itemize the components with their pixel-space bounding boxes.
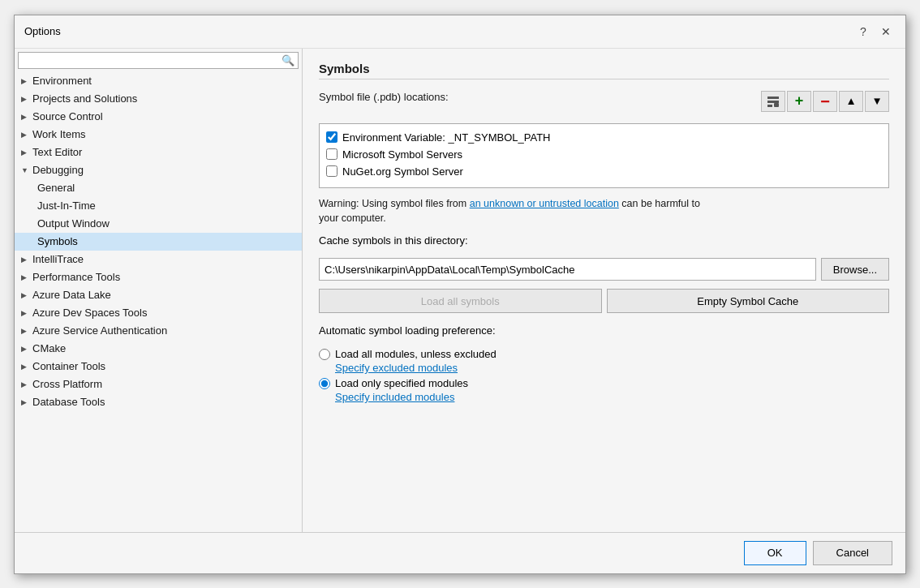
tree-label-cross-platform: Cross Platform xyxy=(32,378,299,390)
tree-label-general: General xyxy=(37,182,299,194)
network-icon xyxy=(767,95,780,108)
tree-item-just-in-time[interactable]: Just-In-Time xyxy=(15,197,302,215)
svg-rect-2 xyxy=(767,105,772,107)
tree-arrow-container-tools: ▶ xyxy=(21,363,32,371)
tree-label-cmake: CMake xyxy=(32,342,299,354)
title-bar: Options ? ✕ xyxy=(15,15,905,49)
nuget-symbol-checkbox[interactable] xyxy=(326,165,337,177)
tree-item-performance-tools[interactable]: ▶Performance Tools xyxy=(15,268,302,286)
load-all-radio-label: Load all modules, unless excluded xyxy=(335,348,497,360)
tree-label-symbols: Symbols xyxy=(37,235,299,247)
tree-item-database-tools[interactable]: ▶Database Tools xyxy=(15,393,302,411)
tree-item-projects-solutions[interactable]: ▶Projects and Solutions xyxy=(15,90,302,108)
symbol-item-nuget: NuGet.org Symbol Server xyxy=(326,163,882,180)
symbol-list-box: Environment Variable: _NT_SYMBOL_PATH Mi… xyxy=(319,123,889,188)
tree-label-container-tools: Container Tools xyxy=(32,360,299,372)
tree-item-symbols[interactable]: Symbols xyxy=(15,233,302,251)
warning-text: Warning: Using symbol files from an unkn… xyxy=(319,196,889,227)
svg-rect-0 xyxy=(767,97,779,99)
tree-item-text-editor[interactable]: ▶Text Editor xyxy=(15,144,302,161)
options-dialog: Options ? ✕ 🔍 ▶Environment▶Projects and … xyxy=(14,15,906,574)
tree-area: ▶Environment▶Projects and Solutions▶Sour… xyxy=(15,72,302,532)
tree-item-output-window[interactable]: Output Window xyxy=(15,215,302,233)
tree-arrow-azure-service-auth: ▶ xyxy=(21,327,32,335)
tree-item-cross-platform[interactable]: ▶Cross Platform xyxy=(15,376,302,393)
tree-label-environment: Environment xyxy=(32,75,299,87)
ms-symbol-checkbox[interactable] xyxy=(326,148,337,160)
load-specified-radio[interactable] xyxy=(319,378,330,389)
move-up-button[interactable]: ▲ xyxy=(839,91,863,112)
tree-item-azure-data-lake[interactable]: ▶Azure Data Lake xyxy=(15,286,302,304)
tree-item-debugging[interactable]: ▼Debugging xyxy=(15,161,302,179)
tree-label-text-editor: Text Editor xyxy=(32,146,299,158)
close-button[interactable]: ✕ xyxy=(876,22,896,41)
tree-item-cmake[interactable]: ▶CMake xyxy=(15,340,302,358)
tree-label-azure-dev-spaces: Azure Dev Spaces Tools xyxy=(32,307,299,319)
add-button[interactable]: + xyxy=(787,91,811,112)
help-button[interactable]: ? xyxy=(853,22,873,41)
dialog-title: Options xyxy=(24,25,61,37)
cache-input[interactable] xyxy=(319,258,816,281)
tree-arrow-environment: ▶ xyxy=(21,77,32,85)
tree-item-environment[interactable]: ▶Environment xyxy=(15,72,302,90)
tree-arrow-projects-solutions: ▶ xyxy=(21,95,32,103)
specify-excluded-link[interactable]: Specify excluded modules xyxy=(335,362,889,374)
ok-button[interactable]: OK xyxy=(744,541,806,565)
tree-arrow-source-control: ▶ xyxy=(21,113,32,121)
tree-arrow-cmake: ▶ xyxy=(21,345,32,353)
tree-label-intellitrace: IntelliTrace xyxy=(32,253,299,265)
dialog-footer: OK Cancel xyxy=(15,532,905,573)
title-bar-left: Options xyxy=(24,25,61,37)
title-bar-right: ? ✕ xyxy=(853,22,896,41)
tree-item-azure-service-auth[interactable]: ▶Azure Service Authentication xyxy=(15,322,302,340)
cache-label: Cache symbols in this directory: xyxy=(319,234,889,247)
load-all-radio[interactable] xyxy=(319,349,330,360)
tree-label-debugging: Debugging xyxy=(32,164,299,176)
section-title: Symbols xyxy=(319,62,889,79)
tree-arrow-cross-platform: ▶ xyxy=(21,380,32,388)
dialog-body: 🔍 ▶Environment▶Projects and Solutions▶So… xyxy=(15,49,905,532)
tree-arrow-intellitrace: ▶ xyxy=(21,255,32,264)
search-input[interactable] xyxy=(22,54,282,67)
tree-arrow-azure-dev-spaces: ▶ xyxy=(21,309,32,317)
radio-item-load-specified: Load only specified modules Specify incl… xyxy=(319,377,889,403)
ms-symbol-label: Microsoft Symbol Servers xyxy=(342,148,462,161)
tree-arrow-azure-data-lake: ▶ xyxy=(21,291,32,299)
load-specified-radio-label: Load only specified modules xyxy=(335,377,468,389)
radio-row-load-specified: Load only specified modules xyxy=(319,377,889,389)
pdb-label: Symbol file (.pdb) locations: xyxy=(319,91,449,103)
network-icon-button[interactable] xyxy=(761,91,785,112)
warning-link: an unknown or untrusted location xyxy=(470,198,619,209)
env-var-checkbox[interactable] xyxy=(326,131,337,143)
svg-rect-3 xyxy=(774,103,779,107)
cancel-button[interactable]: Cancel xyxy=(813,541,892,565)
radio-item-load-all: Load all modules, unless excluded Specif… xyxy=(319,348,889,374)
right-panel: Symbols Symbol file (.pdb) locations: + xyxy=(303,49,905,532)
move-down-button[interactable]: ▼ xyxy=(865,91,889,112)
specify-included-link[interactable]: Specify included modules xyxy=(335,391,889,403)
env-var-label: Environment Variable: _NT_SYMBOL_PATH xyxy=(342,131,551,144)
tree-item-intellitrace[interactable]: ▶IntelliTrace xyxy=(15,251,302,268)
browse-button[interactable]: Browse... xyxy=(821,258,889,281)
toolbar-row: + − ▲ ▼ xyxy=(761,91,889,112)
load-all-symbols-button[interactable]: Load all symbols xyxy=(319,289,602,313)
tree-arrow-debugging: ▼ xyxy=(21,166,32,174)
tree-item-general[interactable]: General xyxy=(15,179,302,197)
tree-item-container-tools[interactable]: ▶Container Tools xyxy=(15,358,302,376)
empty-cache-button[interactable]: Empty Symbol Cache xyxy=(607,289,890,313)
tree-item-work-items[interactable]: ▶Work Items xyxy=(15,126,302,144)
tree-label-work-items: Work Items xyxy=(32,128,299,140)
tree-label-just-in-time: Just-In-Time xyxy=(37,200,299,212)
tree-label-performance-tools: Performance Tools xyxy=(32,271,299,283)
tree-label-azure-service-auth: Azure Service Authentication xyxy=(32,324,299,337)
tree-label-projects-solutions: Projects and Solutions xyxy=(32,92,299,105)
cache-row: Browse... xyxy=(319,258,889,281)
remove-button[interactable]: − xyxy=(813,91,837,112)
tree-label-azure-data-lake: Azure Data Lake xyxy=(32,289,299,301)
tree-item-source-control[interactable]: ▶Source Control xyxy=(15,108,302,126)
tree-arrow-work-items: ▶ xyxy=(21,131,32,139)
symbol-item-env: Environment Variable: _NT_SYMBOL_PATH xyxy=(326,129,882,146)
tree-label-output-window: Output Window xyxy=(37,217,299,230)
radio-row-load-all: Load all modules, unless excluded xyxy=(319,348,889,360)
tree-item-azure-dev-spaces[interactable]: ▶Azure Dev Spaces Tools xyxy=(15,304,302,322)
